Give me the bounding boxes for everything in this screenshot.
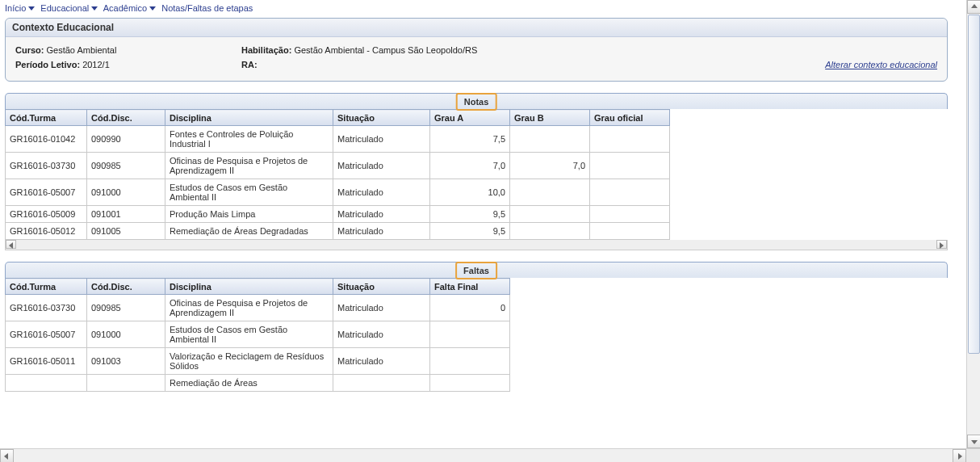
breadcrumb-item-academico[interactable]: Acadêmico — [103, 3, 147, 13]
th-disciplina[interactable]: Disciplina — [165, 110, 333, 126]
cell-cod-disc — [87, 375, 165, 392]
cell-disciplina: Remediação de Áreas Degradadas — [165, 223, 333, 240]
cell-grau-b: 7,0 — [510, 153, 590, 179]
cell-disciplina: Estudos de Casos em Gestão Ambiental II — [165, 179, 333, 206]
th-cod-turma[interactable]: Cód.Turma — [6, 110, 87, 126]
curso-label: Curso: — [15, 45, 44, 55]
scroll-left-icon[interactable] — [6, 240, 16, 249]
cell-grau-a: 7,0 — [430, 153, 510, 179]
cell-grau-a: 9,5 — [430, 206, 510, 223]
table-row[interactable]: GR16016-05012091005Remediação de Áreas D… — [6, 223, 670, 240]
cell-grau-a: 10,0 — [430, 179, 510, 206]
cell-situacao — [333, 375, 430, 392]
cell-situacao: Matriculado — [333, 295, 430, 321]
scroll-down-icon[interactable] — [967, 435, 980, 448]
th-disciplina[interactable]: Disciplina — [165, 279, 333, 295]
table-row[interactable]: GR16016-05011091003Valorização e Recicla… — [6, 348, 510, 375]
th-situacao[interactable]: Situação — [333, 110, 430, 126]
cell-disciplina: Valorização e Reciclagem de Resíduos Sól… — [165, 348, 333, 375]
table-row[interactable]: GR16016-03730090985Oficinas de Pesquisa … — [6, 153, 670, 179]
th-cod-turma[interactable]: Cód.Turma — [6, 279, 87, 295]
habilitacao-value: Gestão Ambiental - Campus São Leopoldo/R… — [294, 45, 477, 55]
chevron-down-icon — [149, 6, 156, 10]
alterar-contexto-link[interactable]: Alterar contexto educacional — [825, 60, 937, 69]
th-situacao[interactable]: Situação — [333, 279, 430, 295]
cell-grau-b — [510, 126, 590, 153]
habilitacao-label: Habilitação: — [241, 45, 291, 55]
scroll-thumb[interactable] — [968, 15, 980, 354]
cell-cod-disc: 090990 — [87, 126, 165, 153]
cell-situacao: Matriculado — [333, 348, 430, 375]
table-row[interactable]: GR16016-05009091001Produção Mais LimpaMa… — [6, 206, 670, 223]
cell-grau-oficial — [590, 223, 670, 240]
th-grau-a[interactable]: Grau A — [430, 110, 510, 126]
table-row[interactable]: GR16016-01042090990Fontes e Controles de… — [6, 126, 670, 153]
table-row[interactable]: Remediação de Áreas — [6, 375, 510, 392]
cell-cod-turma: GR16016-03730 — [6, 295, 87, 321]
cell-cod-disc: 090985 — [87, 153, 165, 179]
scroll-up-icon[interactable] — [967, 0, 980, 14]
cell-grau-a: 7,5 — [430, 126, 510, 153]
faltas-title: Faltas — [455, 262, 497, 279]
cell-grau-oficial — [590, 126, 670, 153]
th-cod-disc[interactable]: Cód.Disc. — [87, 110, 165, 126]
cell-cod-disc: 091000 — [87, 179, 165, 206]
notas-title: Notas — [456, 93, 497, 111]
context-panel-title: Contexto Educacional — [6, 19, 947, 37]
cell-cod-turma — [6, 375, 87, 392]
cell-grau-oficial — [590, 153, 670, 179]
breadcrumb-item-educacional[interactable]: Educacional — [40, 3, 89, 13]
cell-cod-disc: 091003 — [87, 348, 165, 375]
cell-situacao: Matriculado — [333, 206, 430, 223]
chevron-down-icon — [91, 6, 98, 10]
cell-situacao: Matriculado — [333, 126, 430, 153]
faltas-table: Cód.Turma Cód.Disc. Disciplina Situação … — [5, 278, 510, 392]
faltas-section: Faltas Cód.Turma Cód.Disc. Disciplina Si… — [5, 262, 948, 392]
breadcrumb-item-notas-faltas[interactable]: Notas/Faltas de etapas — [161, 3, 253, 13]
breadcrumb-item-inicio[interactable]: Início — [5, 3, 26, 13]
cell-cod-turma: GR16016-05011 — [6, 348, 87, 375]
cell-disciplina: Oficinas de Pesquisa e Projetos de Apren… — [165, 295, 333, 321]
cell-cod-disc: 091005 — [87, 223, 165, 240]
cell-disciplina: Estudos de Casos em Gestão Ambiental II — [165, 321, 333, 348]
scroll-right-icon[interactable] — [936, 240, 947, 249]
table-row[interactable]: GR16016-05007091000Estudos de Casos em G… — [6, 179, 670, 206]
cell-grau-oficial — [590, 206, 670, 223]
cell-situacao: Matriculado — [333, 223, 430, 240]
scroll-left-icon[interactable] — [0, 449, 14, 462]
cell-falta-final: 0 — [430, 295, 510, 321]
cell-cod-turma: GR16016-05009 — [6, 206, 87, 223]
th-falta-final[interactable]: Falta Final — [430, 279, 510, 295]
cell-disciplina: Fontes e Controles de Poluição Industria… — [165, 126, 333, 153]
table-row[interactable]: GR16016-03730090985Oficinas de Pesquisa … — [6, 295, 510, 321]
cell-cod-turma: GR16016-05012 — [6, 223, 87, 240]
horizontal-scrollbar[interactable] — [0, 448, 980, 462]
faltas-header-row: Cód.Turma Cód.Disc. Disciplina Situação … — [6, 279, 510, 295]
cell-cod-turma: GR16016-01042 — [6, 126, 87, 153]
cell-falta-final — [430, 321, 510, 348]
cell-disciplina: Oficinas de Pesquisa e Projetos de Apren… — [165, 153, 333, 179]
chevron-down-icon — [28, 6, 35, 10]
notas-horizontal-scrollbar[interactable] — [5, 240, 948, 250]
cell-cod-disc: 091001 — [87, 206, 165, 223]
th-grau-oficial[interactable]: Grau oficial — [590, 110, 670, 126]
vertical-scrollbar[interactable] — [966, 0, 980, 448]
scroll-right-icon[interactable] — [953, 449, 966, 462]
cell-grau-b — [510, 179, 590, 206]
notas-header-row: Cód.Turma Cód.Disc. Disciplina Situação … — [6, 110, 670, 126]
cell-cod-disc: 091000 — [87, 321, 165, 348]
table-row[interactable]: GR16016-05007091000Estudos de Casos em G… — [6, 321, 510, 348]
th-cod-disc[interactable]: Cód.Disc. — [87, 279, 165, 295]
curso-value: Gestão Ambiental — [47, 45, 117, 55]
cell-falta-final — [430, 348, 510, 375]
cell-disciplina: Remediação de Áreas — [165, 375, 333, 392]
notas-table: Cód.Turma Cód.Disc. Disciplina Situação … — [5, 109, 670, 240]
breadcrumb: Início Educacional Acadêmico Notas/Falta… — [0, 0, 953, 18]
scroll-corner — [966, 449, 980, 462]
cell-grau-b — [510, 223, 590, 240]
ra-label: RA: — [241, 60, 258, 69]
th-grau-b[interactable]: Grau B — [510, 110, 590, 126]
cell-cod-turma: GR16016-03730 — [6, 153, 87, 179]
periodo-value: 2012/1 — [82, 60, 110, 69]
cell-cod-disc: 090985 — [87, 295, 165, 321]
